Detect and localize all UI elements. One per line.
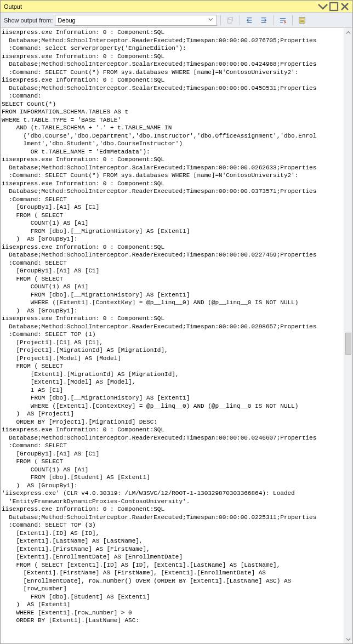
show-output-label: Show output from:	[4, 17, 53, 24]
indent-right-button[interactable]	[258, 14, 270, 26]
svg-rect-0	[330, 3, 338, 10]
title-bar: Output	[1, 1, 352, 13]
scrollbar-track[interactable]	[344, 37, 352, 635]
output-log-text[interactable]: iisexpress.exe Information: 0 : Componen…	[1, 28, 344, 643]
close-button[interactable]	[339, 2, 350, 11]
dropdown-selected: Debug	[58, 17, 207, 24]
settings-button[interactable]	[296, 14, 308, 26]
panel-title: Output	[3, 3, 317, 10]
toolbar-separator	[273, 15, 274, 25]
chevron-down-icon	[207, 17, 214, 23]
clear-output-button[interactable]	[224, 14, 236, 26]
scroll-up-arrow[interactable]	[344, 28, 352, 37]
maximize-button[interactable]	[328, 2, 339, 11]
indent-left-button[interactable]	[243, 14, 255, 26]
vertical-scrollbar[interactable]	[344, 28, 352, 643]
toolbar-separator	[220, 15, 221, 25]
toggle-wordwrap-button[interactable]	[277, 14, 289, 26]
toolbar-separator	[292, 15, 293, 25]
toolbar-separator	[240, 15, 240, 25]
scrollbar-thumb[interactable]	[345, 333, 351, 355]
scroll-down-arrow[interactable]	[344, 635, 352, 643]
output-source-dropdown[interactable]: Debug	[55, 15, 217, 26]
dropdown-caret-button[interactable]	[317, 2, 328, 11]
toolbar: Show output from: Debug	[1, 13, 352, 28]
